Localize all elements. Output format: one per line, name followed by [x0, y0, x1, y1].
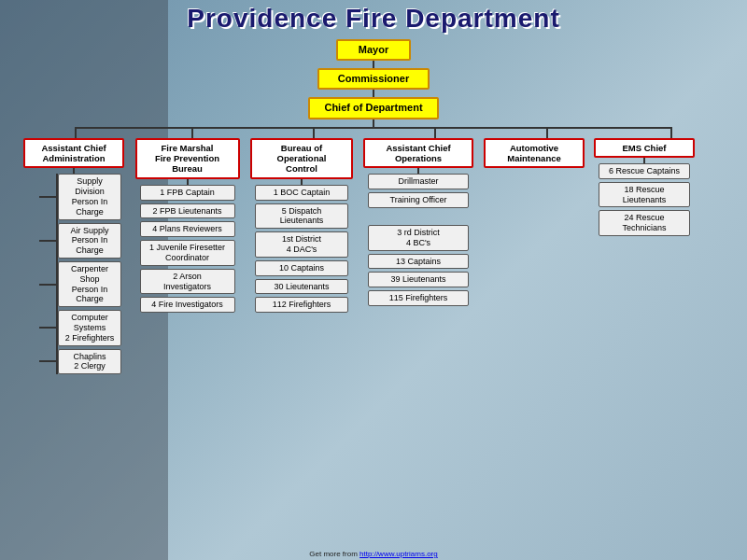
item-rescue-tech: 24 Rescue Technicians: [599, 210, 690, 236]
col-auto: Automotive Maintenance: [479, 138, 589, 169]
item-112-ff: 112 Firefighters: [255, 297, 348, 313]
mayor-col: Mayor: [336, 39, 411, 68]
head-boc: Bureau of Operational Control: [250, 138, 353, 179]
col-boc: Bureau of Operational Control 1 BOC Capt…: [246, 138, 358, 314]
head-admin: Assistant Chief Administration: [23, 138, 124, 169]
item-computer: Computer Systems 2 Firefighters: [58, 310, 121, 345]
item-fpb-captain: 1 FPB Captain: [140, 185, 235, 201]
item-plans: 4 Plans Reviewers: [140, 221, 235, 237]
col-admin: Assistant Chief Administration Supply Di…: [19, 138, 129, 375]
item-13-captains: 13 Captains: [368, 254, 469, 270]
chief-col: Chief of Department: [308, 97, 439, 126]
item-3rd-district: 3 rd District 4 BC's: [368, 225, 469, 251]
col-marshal: Fire Marshal Fire Prevention Bureau 1 FP…: [129, 138, 246, 314]
item-training: Training Officer: [368, 192, 469, 208]
col-ops: Assistant Chief Operations Drillmaster T…: [358, 138, 479, 306]
item-boc-captain: 1 BOC Captain: [255, 185, 348, 201]
footer-link[interactable]: http://www.uptriams.org: [359, 550, 438, 558]
mayor-box: Mayor: [336, 39, 411, 61]
item-rescue-lt: 18 Rescue Lieutenants: [599, 182, 690, 208]
page-title: Providence Fire Department: [4, 4, 743, 34]
commissioner-col: Commissioner: [317, 68, 430, 97]
head-ops: Assistant Chief Operations: [363, 138, 473, 169]
item-1st-district: 1st District 4 DAC's: [255, 231, 348, 258]
col-ems: EMS Chief 6 Rescue Captains 18 Rescue Li…: [589, 138, 699, 236]
item-carpenter: Carpenter Shop Person In Charge: [58, 261, 121, 307]
item-fire-inv: 4 Fire Investigators: [140, 297, 235, 313]
item-drillmaster: Drillmaster: [368, 174, 469, 189]
item-juvenile: 1 Juvenile Firesetter Coordinator: [140, 240, 235, 266]
head-auto: Automotive Maintenance: [484, 138, 585, 169]
head-ems: EMS Chief: [594, 138, 695, 158]
item-rescue-captain: 6 Rescue Captains: [599, 163, 690, 179]
item-chaplins: Chaplins 2 Clergy: [58, 349, 121, 375]
commissioner-box: Commissioner: [317, 68, 430, 90]
item-supply: Supply Division Person In Charge: [58, 174, 121, 219]
item-10-captains: 10 Captains: [255, 260, 348, 276]
item-30-lt: 30 Lieutenants: [255, 279, 348, 295]
footer-note: Get more from http://www.uptriams.org: [309, 550, 437, 558]
item-dispatch: 5 Dispatch Lieutenants: [255, 203, 348, 230]
item-39-lt: 39 Lieutenants: [368, 272, 469, 287]
item-115-ff: 115 Firefighters: [368, 290, 469, 306]
chief-box: Chief of Department: [308, 97, 439, 119]
item-airsupply: Air Supply Person In Charge: [58, 223, 121, 259]
item-fpb-lt: 2 FPB Lieutenants: [140, 203, 235, 219]
head-marshal: Fire Marshal Fire Prevention Bureau: [135, 138, 240, 179]
item-arson: 2 Arson Investigators: [140, 269, 235, 295]
